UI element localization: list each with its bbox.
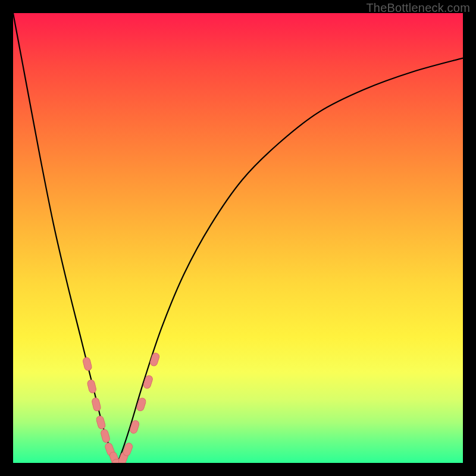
marker-layer: [82, 352, 160, 463]
curve-layer: [13, 13, 463, 463]
highlight-marker: [96, 415, 107, 430]
plot-area: [13, 13, 463, 463]
highlight-marker: [136, 397, 146, 412]
highlight-marker: [143, 375, 154, 390]
curve-svg: [13, 13, 463, 463]
chart-frame: TheBottleneck.com: [0, 0, 476, 476]
bottleneck-curve: [13, 13, 463, 463]
highlight-marker: [87, 379, 97, 393]
highlight-marker: [100, 428, 111, 443]
highlight-marker: [91, 397, 101, 412]
highlight-marker: [82, 357, 92, 371]
highlight-marker: [149, 352, 160, 367]
watermark-text: TheBottleneck.com: [366, 1, 470, 15]
highlight-marker: [129, 419, 140, 434]
